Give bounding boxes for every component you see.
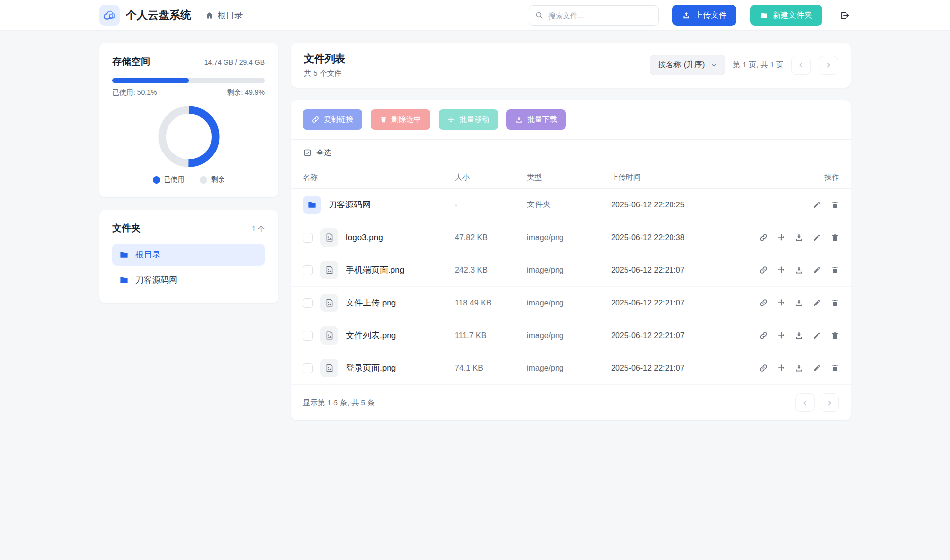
sort-select[interactable]: 按名称 (升序): [650, 55, 725, 75]
sign-out-icon[interactable]: [838, 9, 851, 22]
edit-icon[interactable]: [813, 331, 821, 340]
chevron-left-icon: [798, 62, 804, 68]
download-icon[interactable]: [795, 233, 803, 242]
file-name[interactable]: 文件上传.png: [346, 297, 396, 308]
download-icon[interactable]: [795, 331, 803, 340]
row-checkbox[interactable]: [303, 233, 313, 243]
download-icon[interactable]: [795, 364, 803, 372]
copy-link-button[interactable]: 复制链接: [303, 109, 362, 130]
search-input[interactable]: [529, 5, 659, 26]
copy-link-icon[interactable]: [759, 364, 768, 372]
legend-used: 已使用: [153, 175, 185, 184]
storage-progress-track: [112, 78, 265, 83]
file-size: 47.82 KB: [455, 233, 527, 242]
legend-used-dot: [153, 176, 160, 184]
table-row[interactable]: 刀客源码网 - 文件夹 2025-06-12 22:20:25: [291, 189, 851, 221]
edit-icon[interactable]: [813, 364, 821, 372]
batch-move-label: 批量移动: [459, 115, 489, 124]
copy-link-icon[interactable]: [759, 331, 768, 340]
table-row[interactable]: 文件列表.png 111.7 KB image/png 2025-06-12 2…: [291, 319, 851, 352]
sidebar-folder-item[interactable]: 根目录: [112, 244, 265, 266]
file-table-card: 复制链接 删除选中 批量移动 批量下载: [291, 100, 851, 420]
storage-progress-fill: [112, 78, 189, 83]
delete-selected-button[interactable]: 删除选中: [371, 109, 430, 130]
footer-prev-page-button[interactable]: [795, 393, 815, 412]
delete-icon[interactable]: [831, 266, 839, 274]
move-icon[interactable]: [777, 233, 785, 242]
file-name[interactable]: 文件列表.png: [346, 330, 396, 341]
legend-free: 剩余: [200, 175, 225, 184]
move-icon[interactable]: [777, 266, 785, 274]
image-file-icon: [320, 294, 338, 312]
download-icon[interactable]: [795, 266, 803, 274]
check-square-icon: [303, 149, 312, 157]
move-icon: [447, 116, 455, 123]
home-icon: [205, 11, 214, 20]
file-name[interactable]: 登录页面.png: [346, 362, 396, 374]
edit-icon[interactable]: [813, 299, 821, 307]
file-list-header-card: 文件列表 共 5 个文件 按名称 (升序) 第 1 页, 共 1 页: [291, 43, 851, 88]
legend-free-label: 剩余: [211, 175, 225, 184]
batch-download-button[interactable]: 批量下载: [506, 109, 566, 130]
table-row[interactable]: 手机端页面.png 242.3 KB image/png 2025-06-12 …: [291, 254, 851, 287]
move-icon[interactable]: [777, 299, 785, 307]
row-checkbox[interactable]: [303, 363, 313, 373]
file-name[interactable]: 手机端页面.png: [346, 264, 404, 276]
sidebar-folder-item[interactable]: 刀客源码网: [112, 269, 265, 291]
delete-icon[interactable]: [831, 364, 839, 372]
delete-icon[interactable]: [831, 233, 839, 242]
image-file-icon: [320, 228, 338, 247]
chevron-right-icon: [826, 400, 833, 406]
file-name[interactable]: 刀客源码网: [329, 199, 371, 210]
legend-free-dot: [200, 176, 207, 184]
breadcrumb-label: 根目录: [218, 10, 243, 21]
col-time: 上传时间: [611, 173, 770, 182]
batch-move-button[interactable]: 批量移动: [439, 109, 498, 130]
storage-free-label: 剩余: 49.9%: [227, 88, 265, 97]
prev-page-button[interactable]: [791, 56, 811, 75]
next-page-button[interactable]: [819, 56, 838, 75]
file-type: image/png: [527, 299, 611, 307]
download-icon[interactable]: [795, 299, 803, 307]
delete-icon[interactable]: [831, 299, 839, 307]
move-icon[interactable]: [777, 364, 785, 372]
table-row[interactable]: logo3.png 47.82 KB image/png 2025-06-12 …: [291, 221, 851, 254]
file-type: 文件夹: [527, 200, 611, 210]
delete-icon[interactable]: [831, 331, 839, 340]
file-type: image/png: [527, 233, 611, 242]
folder-item-label: 根目录: [135, 249, 161, 260]
file-size: 242.3 KB: [455, 266, 527, 275]
row-checkbox[interactable]: [303, 331, 313, 341]
table-row[interactable]: 登录页面.png 74.1 KB image/png 2025-06-12 22…: [291, 352, 851, 385]
storage-used-label: 已使用: 50.1%: [112, 88, 157, 97]
delete-icon[interactable]: [831, 201, 839, 209]
search-box: [529, 5, 659, 26]
top-navbar: 个人云盘系统 根目录 上传文件 新建文件夹: [0, 0, 950, 31]
copy-link-icon[interactable]: [759, 233, 768, 242]
row-checkbox[interactable]: [303, 298, 313, 308]
file-type: image/png: [527, 364, 611, 373]
storage-card: 存储空间 14.74 GB / 29.4 GB 已使用: 50.1% 剩余: 4…: [99, 43, 278, 197]
copy-link-icon[interactable]: [759, 266, 768, 274]
new-folder-button[interactable]: 新建文件夹: [750, 5, 822, 26]
copy-link-label: 复制链接: [324, 115, 353, 124]
image-file-icon: [320, 326, 338, 345]
move-icon[interactable]: [777, 331, 785, 340]
new-folder-label: 新建文件夹: [773, 10, 812, 21]
file-name[interactable]: logo3.png: [346, 233, 383, 243]
edit-icon[interactable]: [813, 233, 821, 242]
folder-icon: [760, 11, 768, 19]
trash-icon: [380, 116, 387, 123]
row-checkbox[interactable]: [303, 265, 313, 275]
upload-time: 2025-06-12 22:21:07: [611, 299, 770, 307]
breadcrumb[interactable]: 根目录: [205, 10, 243, 21]
upload-file-button[interactable]: 上传文件: [672, 5, 736, 26]
edit-icon[interactable]: [813, 266, 821, 274]
copy-link-icon[interactable]: [759, 299, 768, 307]
file-size: 111.7 KB: [455, 331, 527, 340]
select-all-control[interactable]: 全选: [291, 140, 851, 166]
select-all-label: 全选: [316, 148, 331, 157]
footer-next-page-button[interactable]: [820, 393, 839, 412]
table-row[interactable]: 文件上传.png 118.49 KB image/png 2025-06-12 …: [291, 287, 851, 319]
edit-icon[interactable]: [813, 201, 821, 209]
